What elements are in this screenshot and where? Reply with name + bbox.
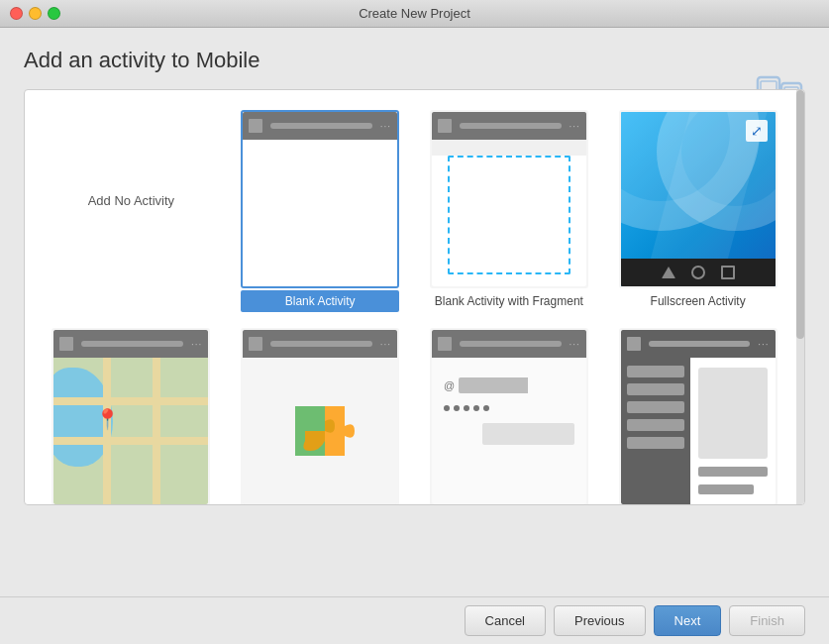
- previous-button[interactable]: Previous: [554, 605, 646, 636]
- activity-item-fullscreen[interactable]: ⤢ Fullscreen Activity: [607, 106, 788, 316]
- maximize-button[interactable]: [48, 7, 60, 20]
- cancel-button[interactable]: Cancel: [465, 605, 546, 636]
- activity-item-masterdetail[interactable]: ··· Maste: [607, 324, 788, 505]
- home-icon: [691, 266, 705, 279]
- toolbar-title-wave: [81, 341, 183, 347]
- fullscreen-activity-label: Fullscreen Activity: [619, 290, 777, 312]
- menu-dots-icon: ···: [380, 121, 391, 132]
- fullscreen-activity-preview: ⤢: [619, 110, 777, 288]
- toolbar-icon: [59, 337, 73, 351]
- puzzle-icon: [285, 396, 355, 466]
- activity-item-login[interactable]: ··· @: [419, 324, 600, 505]
- login-button-preview: [482, 423, 573, 445]
- menu-dots-icon: ···: [191, 339, 202, 350]
- fragment-activity-preview: ···: [430, 110, 588, 288]
- at-symbol-icon: @: [444, 379, 455, 391]
- navigation-bar: [621, 259, 776, 286]
- scroll-indicator[interactable]: [796, 90, 804, 504]
- activity-item-blank[interactable]: ··· Blank Activity: [230, 106, 411, 316]
- activity-item-fragment[interactable]: ··· Blank Activity with Fragment: [419, 106, 600, 316]
- toolbar-title-wave: [649, 341, 751, 347]
- recents-icon: [721, 266, 735, 279]
- minimize-button[interactable]: [29, 7, 42, 20]
- next-button[interactable]: Next: [654, 605, 722, 636]
- window-controls: [10, 7, 60, 20]
- menu-dots-icon: ···: [570, 339, 580, 350]
- activity-item-play[interactable]: ··· Google Play Services Activity: [230, 324, 411, 505]
- title-bar: Create New Project: [0, 0, 829, 28]
- finish-button[interactable]: Finish: [729, 605, 805, 636]
- toolbar-icon: [438, 337, 452, 351]
- toolbar-title-wave: [460, 341, 562, 347]
- fragment-activity-label: Blank Activity with Fragment: [430, 290, 588, 312]
- play-activity-preview: ···: [241, 328, 399, 505]
- activity-grid: Add No Activity ··· Blank Activity ···: [24, 89, 805, 505]
- menu-dots-icon: ···: [380, 339, 391, 350]
- maps-activity-preview: ··· 📍: [52, 328, 210, 505]
- page-title: Add an activity to Mobile: [24, 48, 805, 73]
- main-content: Add an activity to Mobile: [0, 28, 829, 73]
- bottom-navigation: Cancel Previous Next Finish: [0, 596, 829, 644]
- map-pin-icon: 📍: [95, 407, 120, 431]
- window-title: Create New Project: [359, 6, 470, 21]
- password-dots: [444, 403, 574, 413]
- toolbar-title-wave: [270, 341, 372, 347]
- blank-activity-label: Blank Activity: [241, 290, 399, 312]
- no-activity-label: Add No Activity: [88, 193, 174, 208]
- activity-item-maps[interactable]: ··· 📍 Google Maps Activity: [41, 324, 222, 505]
- toolbar-icon: [249, 337, 262, 351]
- toolbar-title-wave: [460, 123, 562, 129]
- blank-activity-preview: ···: [241, 110, 399, 288]
- toolbar-icon: [249, 119, 262, 133]
- close-button[interactable]: [10, 7, 23, 20]
- menu-dots-icon: ···: [758, 339, 769, 350]
- menu-dots-icon: ···: [570, 121, 580, 132]
- toolbar-icon: [627, 337, 641, 351]
- activity-item-no-activity[interactable]: Add No Activity: [41, 106, 222, 294]
- masterdetail-activity-preview: ···: [619, 328, 777, 505]
- expand-icon: ⤢: [746, 120, 768, 142]
- toolbar-title-wave: [270, 123, 372, 129]
- login-activity-preview: ··· @: [430, 328, 588, 505]
- toolbar-icon: [438, 119, 452, 133]
- scroll-thumb: [796, 90, 804, 339]
- back-icon: [662, 267, 675, 278]
